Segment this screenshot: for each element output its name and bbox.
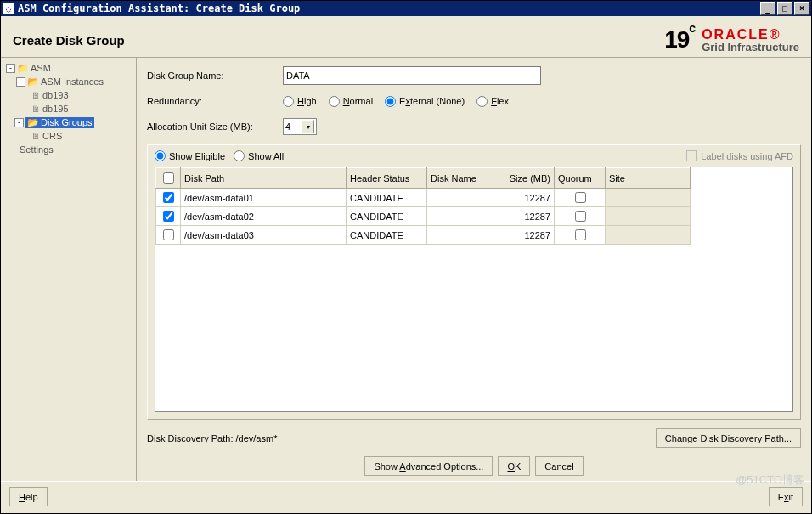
cell-site xyxy=(606,189,691,207)
ok-button[interactable]: OK xyxy=(498,456,530,476)
alloc-unit-label: Allocation Unit Size (MB): xyxy=(147,121,283,132)
cell-site xyxy=(606,207,691,226)
col-site[interactable]: Site xyxy=(606,168,691,189)
folder-open-icon: 📂 xyxy=(27,76,39,88)
tree-collapse-icon[interactable]: - xyxy=(16,77,25,87)
cell-disk-path: /dev/asm-data02 xyxy=(181,207,347,226)
cell-size: 12287 xyxy=(499,207,555,226)
cell-disk-name xyxy=(427,189,499,207)
brand-version: 19 xyxy=(664,26,689,53)
maximize-button[interactable]: □ xyxy=(777,2,792,15)
table-header-row: Disk Path Header Status Disk Name Size (… xyxy=(156,168,792,189)
alloc-unit-select[interactable]: 4 ▾ xyxy=(283,118,317,135)
exit-button[interactable]: Exit xyxy=(769,487,803,506)
quorum-checkbox[interactable] xyxy=(575,229,586,240)
redundancy-flex-radio[interactable]: Flex xyxy=(476,96,509,107)
cell-header-status: CANDIDATE xyxy=(347,226,427,245)
disk-table: Disk Path Header Status Disk Name Size (… xyxy=(155,167,793,412)
window-titlebar: ◌ ASM Configuration Assistant: Create Di… xyxy=(1,1,811,16)
cell-header-status: CANDIDATE xyxy=(347,207,427,226)
app-icon: ◌ xyxy=(3,3,14,14)
cell-disk-name xyxy=(427,207,499,226)
tree-collapse-icon[interactable]: - xyxy=(6,64,15,73)
discovery-path-label: Disk Discovery Path: /dev/asm* xyxy=(147,433,656,443)
tree-label: Settings xyxy=(20,144,54,155)
table-row[interactable]: /dev/asm-data01CANDIDATE12287 xyxy=(156,189,792,207)
tree-label: CRS xyxy=(42,131,62,141)
col-disk-path[interactable]: Disk Path xyxy=(181,168,347,189)
diskgroup-name-input[interactable] xyxy=(283,66,541,85)
page-title: Create Disk Group xyxy=(13,33,664,48)
tree-label: ASM Instances xyxy=(41,76,104,87)
folder-open-icon: 📂 xyxy=(27,117,39,128)
tree-node-db193[interactable]: 🗎 db193 xyxy=(4,88,136,102)
alloc-unit-value: 4 xyxy=(285,121,290,132)
tree-node-db195[interactable]: 🗎 db195 xyxy=(4,102,136,116)
file-icon: 🗎 xyxy=(31,131,41,141)
tree-node-settings[interactable]: Settings xyxy=(4,143,136,156)
window-title: ASM Configuration Assistant: Create Disk… xyxy=(18,3,300,14)
tree-label: ASM xyxy=(31,63,51,73)
show-eligible-radio[interactable]: Show Eligible xyxy=(155,150,225,161)
show-advanced-options-button[interactable]: Show Advanced Options... xyxy=(364,456,493,476)
tree-label: db195 xyxy=(42,104,69,114)
redundancy-normal-radio[interactable]: Normal xyxy=(329,96,373,107)
brand-sub: Grid Infrastructure xyxy=(702,42,799,53)
table-row[interactable]: /dev/asm-data03CANDIDATE12287 xyxy=(156,226,792,245)
quorum-checkbox[interactable] xyxy=(575,192,586,203)
tree-node-instances[interactable]: - 📂 ASM Instances xyxy=(4,75,136,88)
oracle-logo: 19c ORACLE® Grid Infrastructure xyxy=(664,26,799,54)
col-quorum[interactable]: Quorum xyxy=(555,168,606,189)
cell-disk-path: /dev/asm-data01 xyxy=(181,189,347,207)
tree-node-diskgroups[interactable]: - 📂 Disk Groups xyxy=(4,116,136,129)
help-button[interactable]: Help xyxy=(9,487,48,506)
tree-label: Disk Groups xyxy=(41,117,93,127)
folder-icon: 📁 xyxy=(17,63,29,74)
close-button[interactable]: × xyxy=(794,2,809,15)
cell-header-status: CANDIDATE xyxy=(347,189,427,207)
row-checkbox[interactable] xyxy=(163,192,174,203)
cell-disk-path: /dev/asm-data03 xyxy=(181,226,347,245)
cell-site xyxy=(606,226,691,245)
cell-size: 12287 xyxy=(499,226,555,245)
diskgroup-name-label: Disk Group Name: xyxy=(147,71,283,81)
quorum-checkbox[interactable] xyxy=(575,211,586,222)
cell-disk-name xyxy=(427,226,499,245)
tree-label: db193 xyxy=(42,90,69,100)
redundancy-external-radio[interactable]: External (None) xyxy=(385,96,465,107)
cancel-button[interactable]: Cancel xyxy=(535,456,583,476)
col-header-status[interactable]: Header Status xyxy=(347,168,427,189)
table-row[interactable]: /dev/asm-data02CANDIDATE12287 xyxy=(156,207,792,226)
chevron-down-icon: ▾ xyxy=(302,120,314,133)
col-disk-name[interactable]: Disk Name xyxy=(427,168,499,189)
tree-node-crs[interactable]: 🗎 CRS xyxy=(4,129,136,143)
tree-node-asm[interactable]: - 📁 ASM xyxy=(4,61,136,75)
show-all-radio[interactable]: Show All xyxy=(234,150,284,161)
cell-size: 12287 xyxy=(499,189,555,207)
col-size[interactable]: Size (MB) xyxy=(499,168,555,189)
navigation-tree: - 📁 ASM - 📂 ASM Instances 🗎 db193 🗎 db19… xyxy=(1,58,137,481)
afd-checkbox xyxy=(686,150,697,161)
select-all-checkbox[interactable] xyxy=(163,172,174,184)
minimize-button[interactable]: _ xyxy=(760,2,775,15)
change-discovery-path-button[interactable]: Change Disk Discovery Path... xyxy=(656,428,801,448)
row-checkbox[interactable] xyxy=(163,211,174,222)
brand-name: ORACLE xyxy=(702,27,770,42)
row-checkbox[interactable] xyxy=(163,229,174,240)
brand-version-sup: c xyxy=(689,21,695,35)
tree-collapse-icon[interactable]: - xyxy=(14,118,24,127)
file-icon: 🗎 xyxy=(31,90,41,100)
redundancy-high-radio[interactable]: HHighigh xyxy=(283,96,317,107)
afd-label: Label disks using AFD xyxy=(701,151,793,161)
file-icon: 🗎 xyxy=(31,104,41,114)
redundancy-label: Redundancy: xyxy=(147,96,283,106)
